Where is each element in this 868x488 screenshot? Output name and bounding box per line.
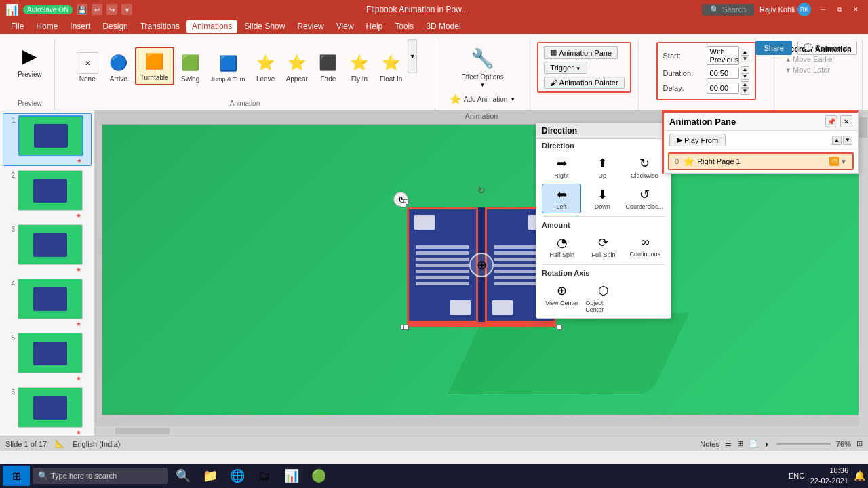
object-center-button[interactable]: ⬡ Object Center	[583, 280, 623, 317]
effect-options-button[interactable]: 🔧 Effect Options ▼	[456, 42, 509, 91]
undo-icon[interactable]: ↩	[92, 4, 102, 15]
direction-right-button[interactable]: ➡ Right	[542, 152, 581, 182]
minimize-button[interactable]: ─	[816, 5, 830, 14]
delay-spinner[interactable]: ▲ ▼	[741, 81, 750, 95]
play-from-button[interactable]: ▶ Play From	[669, 134, 726, 146]
customize-icon[interactable]: ▾	[121, 4, 132, 15]
view-center-button[interactable]: ⊕ View Center	[542, 280, 582, 317]
autosave-badge[interactable]: AutoSave ON	[23, 5, 73, 14]
delay-down-button[interactable]: ▼	[741, 88, 750, 95]
start-value[interactable]: With Previous	[707, 46, 739, 65]
notes-button[interactable]: Notes	[700, 440, 719, 448]
taskbar-powerpoint[interactable]: 📊	[279, 464, 304, 488]
arrive-animation-button[interactable]: 🔵 Arrive	[104, 49, 134, 85]
move-earlier-button[interactable]: Move Earlier	[793, 54, 835, 64]
ap-item-row[interactable]: 0 ⭐ Right Page 1 ⏱ ▼	[669, 154, 852, 169]
slide-1[interactable]: 1 ★	[3, 113, 92, 166]
animation-painter-button[interactable]: 🖌 Animation Painter	[544, 77, 624, 89]
slide-6[interactable]: 6 ★	[3, 386, 92, 436]
menu-slideshow[interactable]: Slide Show	[239, 20, 290, 33]
selection-handle-br[interactable]	[557, 325, 562, 330]
selection-handle-ml[interactable]	[401, 202, 406, 207]
duration-spinner[interactable]: ▲ ▼	[741, 66, 750, 80]
taskbar-edge[interactable]: 🌐	[225, 464, 250, 488]
fly-in-animation-button[interactable]: ⭐ Fly In	[344, 49, 374, 85]
menu-transitions[interactable]: Transitions	[135, 20, 185, 33]
delay-value[interactable]: 00.00	[707, 83, 739, 94]
fit-to-window-icon[interactable]: ⊡	[856, 439, 863, 448]
appear-animation-button[interactable]: ⭐ Appear	[282, 49, 312, 85]
fade-animation-button[interactable]: ⬛ Fade	[313, 49, 343, 85]
slide-2[interactable]: 2 ★	[3, 169, 92, 220]
direction-down-button[interactable]: ⬇ Down	[583, 184, 622, 214]
scrollbar-thumb-v[interactable]	[859, 117, 867, 138]
comments-button[interactable]: 💬 Comments	[797, 41, 857, 55]
move-later-button[interactable]: Move Later	[793, 65, 830, 75]
start-spinner[interactable]: ▲ ▼	[741, 49, 750, 62]
ap-close-button[interactable]: ✕	[840, 115, 852, 127]
start-down-button[interactable]: ▼	[741, 56, 750, 62]
duration-value[interactable]: 00.50	[707, 68, 739, 79]
close-button[interactable]: ✕	[849, 5, 863, 14]
slide-panel[interactable]: 1 ★ 2 ★ 3 ★	[0, 110, 95, 436]
direction-counterclockwise-button[interactable]: ↺ Countercloc...	[623, 184, 665, 214]
start-up-button[interactable]: ▲	[741, 49, 750, 56]
menu-help[interactable]: Help	[361, 20, 389, 33]
slide-4[interactable]: 4 ★	[3, 277, 92, 329]
none-animation-button[interactable]: ✕ None	[73, 49, 102, 85]
float-in-animation-button[interactable]: ⭐ Float In	[376, 49, 406, 85]
taskbar-files2[interactable]: 🗂	[252, 464, 277, 488]
jump-turn-animation-button[interactable]: 🟦 Jump & Turn	[207, 50, 250, 85]
menu-tools[interactable]: Tools	[389, 20, 419, 33]
slideshow-icon[interactable]: ⏵	[764, 440, 771, 448]
turntable-animation-button[interactable]: 🟧 Turntable	[135, 47, 174, 85]
duration-up-button[interactable]: ▲	[741, 66, 750, 73]
share-button[interactable]: Share	[755, 41, 791, 55]
menu-file[interactable]: File	[5, 20, 29, 33]
full-spin-button[interactable]: ⟳ Full Spin	[583, 232, 623, 262]
restore-button[interactable]: ⧉	[833, 5, 846, 14]
menu-animations[interactable]: Animations	[186, 20, 237, 33]
menu-design[interactable]: Design	[97, 20, 133, 33]
timeline-up-button[interactable]: ▲	[832, 136, 842, 145]
slide-5[interactable]: 5 ★	[3, 331, 92, 383]
taskbar-notification[interactable]: 🔔	[854, 470, 865, 481]
canvas-vertical-scrollbar[interactable]	[859, 110, 868, 426]
taskbar-files[interactable]: 📁	[198, 464, 222, 488]
rotation-handle[interactable]: ↻	[477, 185, 486, 196]
taskbar-search[interactable]: 🔍 Type here to search	[33, 468, 168, 484]
trigger-button[interactable]: Trigger ▼	[544, 62, 587, 74]
preview-button[interactable]: ▶ Preview	[11, 39, 49, 81]
menu-insert[interactable]: Insert	[64, 20, 96, 33]
scrollbar-thumb-h[interactable]	[115, 428, 170, 434]
direction-clockwise-button[interactable]: ↻ Clockwise	[623, 152, 665, 182]
duration-down-button[interactable]: ▼	[741, 73, 750, 80]
leave-animation-button[interactable]: ⭐ Leave	[251, 49, 281, 85]
window-controls[interactable]: ─ ⧉ ✕	[816, 5, 863, 14]
half-spin-button[interactable]: ◔ Half Spin	[542, 232, 582, 262]
ap-pin-button[interactable]: 📌	[825, 115, 837, 127]
ap-item-expand[interactable]: ▼	[840, 158, 847, 165]
timeline-down-button[interactable]: ▼	[843, 136, 852, 145]
direction-up-button[interactable]: ⬆ Up	[583, 152, 622, 182]
direction-left-button[interactable]: ⬅ Left	[542, 184, 581, 214]
continuous-button[interactable]: ∞ Continuous	[625, 232, 665, 262]
save-icon[interactable]: 💾	[77, 4, 87, 15]
taskbar-cortana[interactable]: 🔍	[171, 464, 195, 488]
menu-view[interactable]: View	[331, 20, 359, 33]
search-bar[interactable]: 🔍 Search	[702, 4, 754, 16]
selection-handle-bm[interactable]	[403, 325, 409, 330]
menu-review[interactable]: Review	[292, 20, 329, 33]
swing-animation-button[interactable]: 🟩 Swing	[176, 49, 205, 85]
zoom-slider[interactable]	[776, 443, 831, 445]
canvas-horizontal-scrollbar[interactable]	[95, 426, 868, 436]
animation-pane-button[interactable]: ▦ Animation Pane	[544, 46, 618, 59]
add-animation-button[interactable]: ⭐ Add Animation ▼	[446, 91, 519, 107]
slide-3[interactable]: 3 ★	[3, 223, 92, 274]
redo-icon[interactable]: ↪	[106, 4, 117, 15]
delay-up-button[interactable]: ▲	[741, 81, 750, 88]
slide-sorter-icon[interactable]: ⊞	[737, 439, 743, 448]
start-button[interactable]: ⊞	[3, 466, 30, 486]
menu-3dmodel[interactable]: 3D Model	[420, 20, 466, 33]
more-animations-button[interactable]: ▼	[408, 39, 417, 85]
